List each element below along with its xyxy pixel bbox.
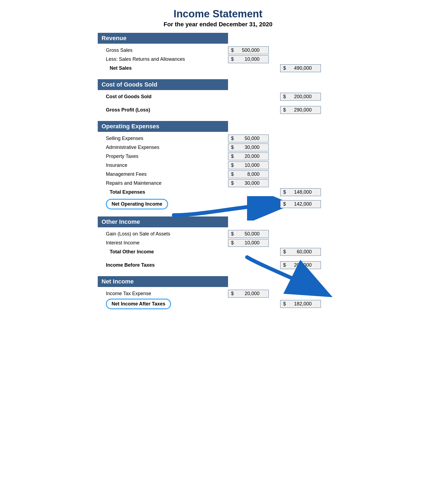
gross-sales-amount: 500,000	[236, 47, 260, 53]
net-sales-row: Net Sales $ 490,000	[98, 64, 338, 72]
income-before-taxes-label: Income Before Taxes	[98, 262, 225, 268]
net-operating-income-oval-container: Net Operating Income	[98, 199, 225, 209]
interest-income-row: Interest Income $ 10,000	[98, 239, 338, 247]
total-other-income-row: Total Other Income $ 60,000	[98, 248, 338, 256]
sales-returns-amount: 10,000	[236, 56, 260, 62]
gross-sales-dollar: $	[231, 47, 234, 53]
total-expenses-row: Total Expenses $ 148,000	[98, 188, 338, 196]
sales-returns-label: Less: Sales Returns and Allowances	[98, 56, 228, 62]
repairs-maintenance-box: $ 30,000	[228, 179, 269, 187]
net-income-header: Net Income	[98, 276, 228, 287]
admin-expenses-label: Administrative Expenses	[98, 145, 228, 150]
net-income-section: Net Income Income Tax Expense $ 20,000 N…	[98, 276, 338, 309]
other-income-header: Other Income	[98, 216, 228, 227]
sales-returns-box: $ 10,000	[228, 55, 269, 63]
cogs-header: Cost of Goods Sold	[98, 79, 228, 90]
gross-sales-box: $ 500,000	[228, 46, 269, 54]
operating-expenses-header: Operating Expenses	[98, 121, 228, 132]
insurance-box: $ 10,000	[228, 161, 269, 169]
net-income-after-taxes-label: Net Income After Taxes	[106, 299, 171, 309]
cogs-label: Cost of Goods Sold	[98, 94, 225, 100]
cogs-amount: 200,000	[289, 94, 312, 100]
sales-returns-row: Less: Sales Returns and Allowances $ 10,…	[98, 55, 338, 63]
net-operating-income-row: Net Operating Income $ 142,000	[98, 199, 338, 209]
gross-profit-box: $ 290,000	[280, 106, 321, 114]
property-taxes-box: $ 20,000	[228, 152, 269, 160]
gross-sales-label: Gross Sales	[98, 47, 228, 53]
total-other-income-label: Total Other Income	[98, 249, 225, 255]
other-income-section: Other Income Gain (Loss) on Sale of Asse…	[98, 216, 338, 256]
admin-expenses-box: $ 30,000	[228, 143, 269, 151]
management-fees-row: Management Fees $ 8,000	[98, 170, 338, 178]
cogs-row: Cost of Goods Sold $ 200,000	[98, 93, 338, 101]
admin-expenses-row: Administrative Expenses $ 30,000	[98, 143, 338, 151]
net-income-after-taxes-row: Net Income After Taxes $ 182,000	[98, 299, 338, 309]
gross-profit-amount: 290,000	[289, 107, 312, 113]
total-expenses-box: $ 148,000	[280, 188, 321, 196]
gain-loss-label: Gain (Loss) on Sale of Assets	[98, 231, 228, 237]
gain-loss-row: Gain (Loss) on Sale of Assets $ 50,000	[98, 230, 338, 238]
management-fees-box: $ 8,000	[228, 170, 269, 178]
gross-profit-label: Gross Profit (Loss)	[98, 107, 225, 113]
revenue-section: Revenue Gross Sales $ 500,000 Less: Sale…	[98, 33, 338, 72]
gain-loss-box: $ 50,000	[228, 230, 269, 238]
income-tax-expense-row: Income Tax Expense $ 20,000	[98, 290, 338, 298]
selling-expenses-box: $ 50,000	[228, 135, 269, 142]
net-income-after-taxes-box: $ 182,000	[280, 300, 321, 308]
net-sales-dollar: $	[283, 65, 286, 71]
selling-expenses-row: Selling Expenses $ 50,000	[98, 135, 338, 142]
sales-returns-dollar: $	[231, 56, 234, 62]
operating-expenses-section: Operating Expenses Selling Expenses $ 50…	[98, 121, 338, 196]
interest-income-box: $ 10,000	[228, 239, 269, 247]
revenue-header: Revenue	[98, 33, 228, 44]
total-other-income-box: $ 60,000	[280, 248, 321, 256]
property-taxes-label: Property Taxes	[98, 154, 228, 159]
repairs-maintenance-label: Repairs and Maintenance	[98, 180, 228, 186]
cogs-box: $ 200,000	[280, 93, 321, 101]
selling-expenses-label: Selling Expenses	[98, 136, 228, 141]
income-tax-expense-box: $ 20,000	[228, 290, 269, 298]
net-sales-label: Net Sales	[98, 65, 225, 71]
property-taxes-row: Property Taxes $ 20,000	[98, 152, 338, 160]
income-tax-expense-label: Income Tax Expense	[98, 291, 228, 296]
gross-profit-row: Gross Profit (Loss) $ 290,000	[98, 106, 338, 114]
page-subtitle: For the year ended December 31, 2020	[98, 21, 338, 28]
repairs-maintenance-row: Repairs and Maintenance $ 30,000	[98, 179, 338, 187]
insurance-label: Insurance	[98, 162, 228, 168]
gross-profit-dollar: $	[283, 107, 286, 113]
total-expenses-label: Total Expenses	[98, 189, 225, 195]
interest-income-label: Interest Income	[98, 240, 228, 246]
income-before-taxes-row: Income Before Taxes $ 202,000	[98, 261, 338, 269]
net-sales-box: $ 490,000	[280, 64, 321, 72]
page-title: Income Statement	[98, 8, 338, 20]
income-before-taxes-box: $ 202,000	[280, 261, 321, 269]
cogs-section: Cost of Goods Sold Cost of Goods Sold $ …	[98, 79, 338, 114]
net-operating-income-label: Net Operating Income	[106, 199, 168, 209]
cogs-dollar: $	[283, 94, 286, 100]
net-operating-income-box: $ 142,000	[280, 200, 321, 208]
net-sales-amount: 490,000	[289, 65, 312, 71]
insurance-row: Insurance $ 10,000	[98, 161, 338, 169]
gross-sales-row: Gross Sales $ 500,000	[98, 46, 338, 54]
management-fees-label: Management Fees	[98, 171, 228, 177]
